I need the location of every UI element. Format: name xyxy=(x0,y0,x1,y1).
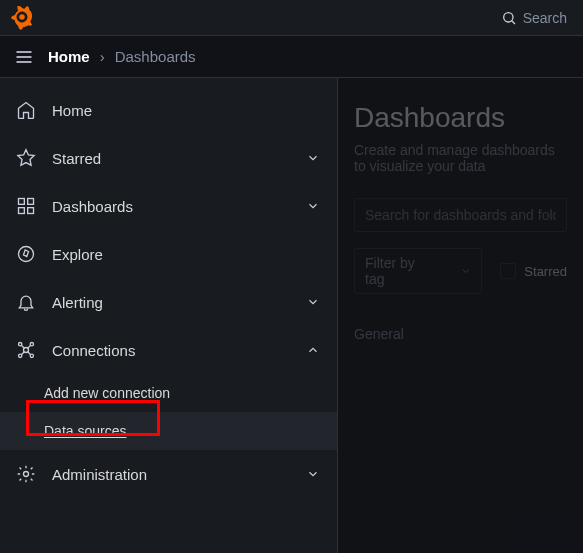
svg-point-12 xyxy=(19,343,22,346)
sidebar-item-label: Connections xyxy=(52,342,289,359)
chevron-down-icon xyxy=(305,198,321,214)
bell-icon xyxy=(16,292,36,312)
sidebar: Home Starred Dashboards Explore xyxy=(0,78,338,553)
chevron-down-icon xyxy=(305,466,321,482)
star-icon xyxy=(16,148,36,168)
content-area: Dashboards Create and manage dashboards … xyxy=(338,78,583,553)
sidebar-subitem-label: Data sources xyxy=(44,423,126,439)
page-description: Create and manage dashboards to visualiz… xyxy=(354,142,567,174)
sidebar-subitem-label: Add new connection xyxy=(44,385,170,401)
sidebar-item-starred[interactable]: Starred xyxy=(0,134,337,182)
sidebar-item-label: Starred xyxy=(52,150,289,167)
page-title: Dashboards xyxy=(354,102,567,134)
sidebar-item-label: Home xyxy=(52,102,321,119)
menu-toggle[interactable] xyxy=(12,45,36,69)
sidebar-item-label: Explore xyxy=(52,246,321,263)
sidebar-item-alerting[interactable]: Alerting xyxy=(0,278,337,326)
sidebar-subitem-add-connection[interactable]: Add new connection xyxy=(0,374,337,412)
global-search[interactable]: Search xyxy=(493,6,575,30)
sidebar-item-label: Administration xyxy=(52,466,289,483)
svg-point-14 xyxy=(19,354,22,357)
svg-line-17 xyxy=(28,346,31,349)
sidebar-item-home[interactable]: Home xyxy=(0,86,337,134)
dashboard-icon xyxy=(16,196,36,216)
grafana-logo[interactable] xyxy=(8,4,36,32)
sidebar-item-label: Alerting xyxy=(52,294,289,311)
svg-point-10 xyxy=(19,247,34,262)
search-icon xyxy=(501,10,517,26)
home-icon xyxy=(16,100,36,120)
breadcrumb-current[interactable]: Dashboards xyxy=(115,48,196,65)
svg-point-15 xyxy=(30,354,33,357)
dashboard-search-input[interactable] xyxy=(354,198,567,232)
breadcrumb: Home › Dashboards xyxy=(48,48,196,65)
chevron-up-icon xyxy=(305,342,321,358)
svg-line-2 xyxy=(511,20,514,23)
starred-checkbox[interactable] xyxy=(500,263,516,279)
chevron-down-icon xyxy=(305,150,321,166)
folder-general[interactable]: General xyxy=(354,318,567,350)
sidebar-item-connections[interactable]: Connections xyxy=(0,326,337,374)
breadcrumb-root[interactable]: Home xyxy=(48,48,90,65)
svg-line-16 xyxy=(22,346,24,349)
svg-line-19 xyxy=(28,352,31,355)
tag-filter-label: Filter by tag xyxy=(365,255,436,287)
sidebar-item-dashboards[interactable]: Dashboards xyxy=(0,182,337,230)
sidebar-item-explore[interactable]: Explore xyxy=(0,230,337,278)
starred-filter-label: Starred xyxy=(524,264,567,279)
starred-filter[interactable]: Starred xyxy=(500,263,567,279)
search-label: Search xyxy=(523,10,567,26)
gear-icon xyxy=(16,464,36,484)
chevron-down-icon xyxy=(305,294,321,310)
svg-rect-6 xyxy=(19,199,25,205)
svg-rect-9 xyxy=(28,208,34,214)
sidebar-item-administration[interactable]: Administration xyxy=(0,450,337,498)
compass-icon xyxy=(16,244,36,264)
svg-point-20 xyxy=(24,472,29,477)
chevron-down-icon xyxy=(460,265,472,277)
hamburger-icon xyxy=(14,47,34,67)
connections-icon xyxy=(16,340,36,360)
svg-rect-8 xyxy=(19,208,25,214)
sidebar-subitem-data-sources[interactable]: Data sources xyxy=(0,412,337,450)
svg-rect-7 xyxy=(28,199,34,205)
sidebar-item-label: Dashboards xyxy=(52,198,289,215)
svg-line-18 xyxy=(22,352,24,355)
tag-filter-select[interactable]: Filter by tag xyxy=(354,248,482,294)
svg-point-0 xyxy=(19,14,25,19)
svg-point-1 xyxy=(503,12,512,21)
grafana-icon xyxy=(11,6,33,30)
svg-point-13 xyxy=(30,343,33,346)
breadcrumb-separator: › xyxy=(100,48,105,65)
